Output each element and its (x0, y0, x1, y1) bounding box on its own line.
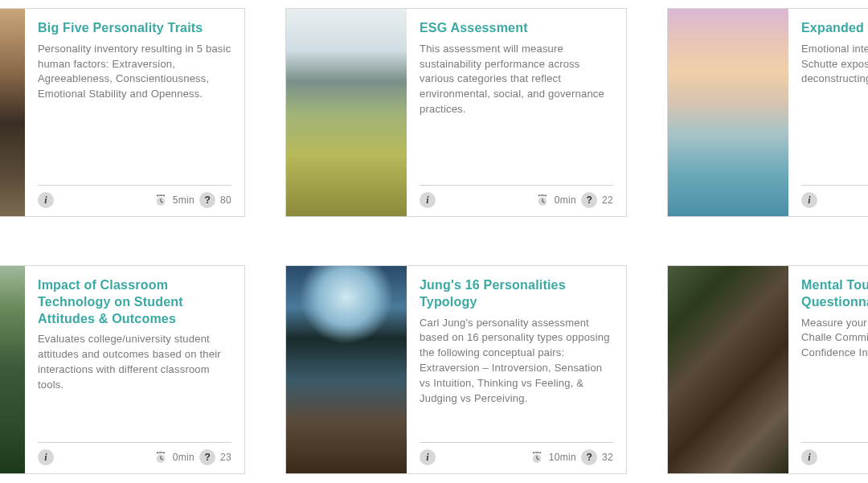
assessment-card[interactable]: Jung's 16 Personalities Typology Carl Ju… (285, 265, 627, 474)
card-title: ESG Assessment (420, 20, 613, 37)
question-icon[interactable]: ? (199, 192, 215, 208)
clock-icon (154, 450, 168, 465)
card-body: Big Five Personality Traits Personality … (25, 9, 244, 216)
card-image (0, 266, 25, 473)
grid-row: Big Five Personality Traits Personality … (0, 8, 868, 217)
card-description: Personality inventory resulting in 5 bas… (38, 42, 231, 102)
clock-icon (535, 193, 550, 207)
card-image (286, 266, 407, 473)
question-count: 22 (602, 194, 613, 206)
card-image (0, 9, 25, 216)
question-icon[interactable]: ? (199, 449, 215, 465)
question-count: 80 (220, 194, 231, 206)
assessment-grid: Big Five Personality Traits Personality … (0, 0, 868, 474)
info-icon[interactable]: i (38, 449, 54, 465)
card-title: Big Five Personality Traits (38, 20, 231, 37)
card-title: Expanded Schutte EI Test (801, 20, 868, 37)
assessment-card[interactable]: Mental Toughness Questionnaire (M Measur… (667, 265, 868, 474)
card-title: Jung's 16 Personalities Typology (420, 277, 613, 311)
card-body: Jung's 16 Personalities Typology Carl Ju… (407, 266, 626, 473)
question-count: 32 (602, 452, 613, 463)
card-footer: i 0min ? 23 (38, 442, 231, 465)
assessment-card[interactable]: Expanded Schutte EI Test Emotional intel… (667, 8, 868, 217)
card-description: This assessment will measure sustainabil… (420, 42, 613, 117)
card-footer: i 10min ? 32 (420, 442, 613, 465)
card-footer: i 5min ? 80 (38, 185, 231, 208)
card-footer: i 0min ? 22 (420, 185, 613, 208)
card-title: Mental Toughness Questionnaire (M (801, 277, 868, 311)
assessment-card[interactable]: Big Five Personality Traits Personality … (0, 8, 245, 217)
info-icon[interactable]: i (38, 192, 54, 208)
grid-row: Impact of Classroom Technology on Studen… (0, 265, 868, 474)
duration-text: 10min (549, 452, 576, 463)
card-description: Carl Jung's personality assessment based… (420, 316, 613, 407)
card-description: Measure your mental describes it as Chal… (801, 316, 868, 362)
card-body: Mental Toughness Questionnaire (M Measur… (788, 266, 868, 473)
info-icon[interactable]: i (801, 192, 817, 208)
card-body: ESG Assessment This assessment will meas… (407, 9, 626, 216)
question-count: 23 (220, 452, 231, 463)
question-icon[interactable]: ? (581, 192, 597, 208)
assessment-card[interactable]: ESG Assessment This assessment will meas… (285, 8, 627, 217)
info-icon[interactable]: i (801, 449, 817, 465)
card-body: Expanded Schutte EI Test Emotional intel… (788, 9, 868, 216)
question-icon[interactable]: ? (581, 449, 597, 465)
card-image (286, 9, 407, 216)
card-description: Evaluates college/university student att… (38, 332, 231, 392)
clock-icon (154, 193, 168, 207)
card-body: Impact of Classroom Technology on Studen… (25, 266, 244, 473)
assessment-card[interactable]: Impact of Classroom Technology on Studen… (0, 265, 245, 474)
card-title: Impact of Classroom Technology on Studen… (38, 277, 231, 327)
card-description: Emotional intelligence on the work of Sc… (801, 42, 868, 88)
duration-text: 0min (173, 452, 194, 463)
info-icon[interactable]: i (420, 192, 436, 208)
duration-text: 0min (555, 194, 576, 206)
card-image (668, 9, 788, 216)
info-icon[interactable]: i (420, 449, 436, 465)
card-image (668, 266, 788, 473)
card-footer: i (801, 185, 868, 208)
card-footer: i (801, 442, 868, 465)
duration-text: 5min (173, 194, 194, 206)
clock-icon (530, 450, 544, 465)
